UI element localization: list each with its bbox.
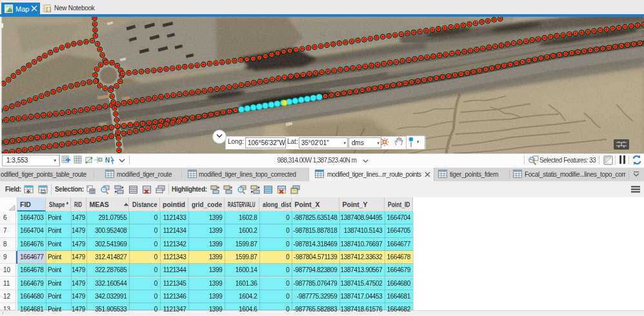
svg-text:N: N: [105, 157, 110, 164]
svg-text:[]: []: [45, 6, 51, 12]
